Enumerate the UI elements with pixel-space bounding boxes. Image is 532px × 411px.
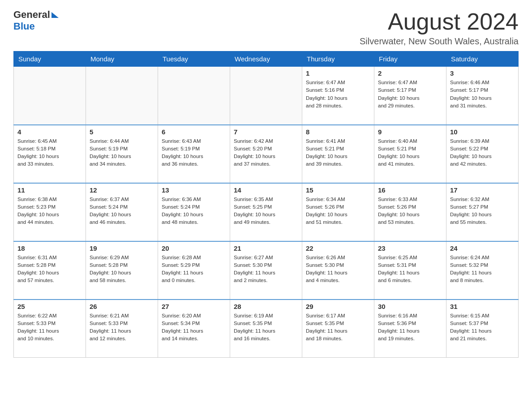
day-number: 17 (450, 186, 515, 194)
day-number: 30 (378, 303, 442, 310)
day-info: Sunrise: 6:45 AM Sunset: 5:18 PM Dayligh… (17, 137, 82, 168)
calendar-cell: 27Sunrise: 6:20 AM Sunset: 5:34 PM Dayli… (158, 300, 230, 358)
day-info: Sunrise: 6:47 AM Sunset: 5:16 PM Dayligh… (306, 79, 370, 110)
weekday-header-sunday: Sunday (14, 51, 86, 67)
day-info: Sunrise: 6:39 AM Sunset: 5:22 PM Dayligh… (450, 137, 515, 168)
calendar-cell: 10Sunrise: 6:39 AM Sunset: 5:22 PM Dayli… (446, 125, 519, 183)
calendar-cell: 9Sunrise: 6:40 AM Sunset: 5:21 PM Daylig… (374, 125, 446, 183)
calendar-cell (230, 67, 302, 125)
day-info: Sunrise: 6:25 AM Sunset: 5:31 PM Dayligh… (378, 254, 442, 285)
day-number: 18 (17, 244, 82, 252)
day-info: Sunrise: 6:24 AM Sunset: 5:32 PM Dayligh… (450, 254, 515, 285)
calendar-cell: 29Sunrise: 6:17 AM Sunset: 5:35 PM Dayli… (302, 300, 374, 358)
weekday-header-wednesday: Wednesday (230, 51, 302, 67)
title-block: August 2024 Silverwater, New South Wales… (360, 9, 519, 47)
day-number: 11 (17, 186, 82, 194)
day-number: 14 (234, 186, 298, 194)
calendar-cell: 5Sunrise: 6:44 AM Sunset: 5:19 PM Daylig… (86, 125, 158, 183)
day-number: 12 (90, 186, 154, 194)
weekday-header-saturday: Saturday (446, 51, 519, 67)
day-info: Sunrise: 6:17 AM Sunset: 5:35 PM Dayligh… (306, 312, 370, 343)
calendar-cell: 3Sunrise: 6:46 AM Sunset: 5:17 PM Daylig… (446, 67, 519, 125)
day-info: Sunrise: 6:38 AM Sunset: 5:23 PM Dayligh… (17, 196, 82, 227)
day-info: Sunrise: 6:36 AM Sunset: 5:24 PM Dayligh… (162, 196, 226, 227)
day-number: 19 (90, 244, 154, 252)
calendar-cell: 22Sunrise: 6:26 AM Sunset: 5:30 PM Dayli… (302, 241, 374, 300)
calendar-week-row: 4Sunrise: 6:45 AM Sunset: 5:18 PM Daylig… (14, 125, 519, 183)
day-info: Sunrise: 6:15 AM Sunset: 5:37 PM Dayligh… (450, 312, 515, 343)
day-number: 5 (90, 128, 154, 136)
month-title: August 2024 (360, 9, 519, 34)
calendar-cell: 6Sunrise: 6:43 AM Sunset: 5:19 PM Daylig… (158, 125, 230, 183)
day-info: Sunrise: 6:22 AM Sunset: 5:33 PM Dayligh… (17, 312, 82, 343)
calendar-cell: 7Sunrise: 6:42 AM Sunset: 5:20 PM Daylig… (230, 125, 302, 183)
calendar-cell: 28Sunrise: 6:19 AM Sunset: 5:35 PM Dayli… (230, 300, 302, 358)
calendar-cell: 20Sunrise: 6:28 AM Sunset: 5:29 PM Dayli… (158, 241, 230, 300)
day-number: 29 (306, 303, 370, 310)
day-number: 27 (162, 303, 226, 310)
day-info: Sunrise: 6:28 AM Sunset: 5:29 PM Dayligh… (162, 254, 226, 285)
calendar-cell: 25Sunrise: 6:22 AM Sunset: 5:33 PM Dayli… (14, 300, 86, 358)
day-number: 8 (306, 128, 370, 136)
day-info: Sunrise: 6:31 AM Sunset: 5:28 PM Dayligh… (17, 254, 82, 285)
calendar-cell: 24Sunrise: 6:24 AM Sunset: 5:32 PM Dayli… (446, 241, 519, 300)
calendar-cell (158, 67, 230, 125)
calendar-cell: 2Sunrise: 6:47 AM Sunset: 5:17 PM Daylig… (374, 67, 446, 125)
calendar-week-row: 1Sunrise: 6:47 AM Sunset: 5:16 PM Daylig… (14, 67, 519, 125)
day-info: Sunrise: 6:16 AM Sunset: 5:36 PM Dayligh… (378, 312, 442, 343)
calendar-cell: 23Sunrise: 6:25 AM Sunset: 5:31 PM Dayli… (374, 241, 446, 300)
weekday-header-monday: Monday (86, 51, 158, 67)
day-info: Sunrise: 6:44 AM Sunset: 5:19 PM Dayligh… (90, 137, 154, 168)
day-number: 24 (450, 244, 515, 252)
day-number: 25 (17, 303, 82, 310)
calendar-cell: 1Sunrise: 6:47 AM Sunset: 5:16 PM Daylig… (302, 67, 374, 125)
day-info: Sunrise: 6:42 AM Sunset: 5:20 PM Dayligh… (234, 137, 298, 168)
day-info: Sunrise: 6:21 AM Sunset: 5:33 PM Dayligh… (90, 312, 154, 343)
calendar-cell: 15Sunrise: 6:34 AM Sunset: 5:26 PM Dayli… (302, 183, 374, 241)
calendar-cell (86, 67, 158, 125)
calendar-cell: 21Sunrise: 6:27 AM Sunset: 5:30 PM Dayli… (230, 241, 302, 300)
calendar-cell: 17Sunrise: 6:32 AM Sunset: 5:27 PM Dayli… (446, 183, 519, 241)
day-number: 4 (17, 128, 82, 136)
calendar-week-row: 25Sunrise: 6:22 AM Sunset: 5:33 PM Dayli… (14, 300, 519, 358)
day-number: 28 (234, 303, 298, 310)
day-number: 10 (450, 128, 515, 136)
day-info: Sunrise: 6:33 AM Sunset: 5:26 PM Dayligh… (378, 196, 442, 227)
calendar-week-row: 18Sunrise: 6:31 AM Sunset: 5:28 PM Dayli… (14, 241, 519, 300)
weekday-header-tuesday: Tuesday (158, 51, 230, 67)
calendar-cell: 11Sunrise: 6:38 AM Sunset: 5:23 PM Dayli… (14, 183, 86, 241)
day-info: Sunrise: 6:46 AM Sunset: 5:17 PM Dayligh… (450, 79, 515, 110)
day-info: Sunrise: 6:41 AM Sunset: 5:21 PM Dayligh… (306, 137, 370, 168)
calendar-header-row: SundayMondayTuesdayWednesdayThursdayFrid… (14, 51, 519, 67)
calendar-cell: 31Sunrise: 6:15 AM Sunset: 5:37 PM Dayli… (446, 300, 519, 358)
calendar-cell: 18Sunrise: 6:31 AM Sunset: 5:28 PM Dayli… (14, 241, 86, 300)
day-info: Sunrise: 6:43 AM Sunset: 5:19 PM Dayligh… (162, 137, 226, 168)
location-title: Silverwater, New South Wales, Australia (360, 36, 519, 47)
day-number: 1 (306, 69, 370, 77)
day-number: 6 (162, 128, 226, 136)
day-info: Sunrise: 6:27 AM Sunset: 5:30 PM Dayligh… (234, 254, 298, 285)
day-number: 31 (450, 303, 515, 310)
day-info: Sunrise: 6:20 AM Sunset: 5:34 PM Dayligh… (162, 312, 226, 343)
day-number: 21 (234, 244, 298, 252)
calendar-cell: 13Sunrise: 6:36 AM Sunset: 5:24 PM Dayli… (158, 183, 230, 241)
calendar-week-row: 11Sunrise: 6:38 AM Sunset: 5:23 PM Dayli… (14, 183, 519, 241)
logo-triangle-icon (51, 12, 59, 18)
day-number: 16 (378, 186, 442, 194)
day-number: 23 (378, 244, 442, 252)
day-info: Sunrise: 6:32 AM Sunset: 5:27 PM Dayligh… (450, 196, 515, 227)
weekday-header-thursday: Thursday (302, 51, 374, 67)
calendar-table: SundayMondayTuesdayWednesdayThursdayFrid… (13, 51, 519, 358)
day-info: Sunrise: 6:47 AM Sunset: 5:17 PM Dayligh… (378, 79, 442, 110)
day-info: Sunrise: 6:29 AM Sunset: 5:28 PM Dayligh… (90, 254, 154, 285)
day-number: 13 (162, 186, 226, 194)
day-info: Sunrise: 6:19 AM Sunset: 5:35 PM Dayligh… (234, 312, 298, 343)
day-number: 2 (378, 69, 442, 77)
weekday-header-friday: Friday (374, 51, 446, 67)
day-info: Sunrise: 6:34 AM Sunset: 5:26 PM Dayligh… (306, 196, 370, 227)
logo-general: General (13, 9, 50, 21)
calendar-cell: 12Sunrise: 6:37 AM Sunset: 5:24 PM Dayli… (86, 183, 158, 241)
calendar-cell: 4Sunrise: 6:45 AM Sunset: 5:18 PM Daylig… (14, 125, 86, 183)
day-info: Sunrise: 6:40 AM Sunset: 5:21 PM Dayligh… (378, 137, 442, 168)
day-number: 9 (378, 128, 442, 136)
